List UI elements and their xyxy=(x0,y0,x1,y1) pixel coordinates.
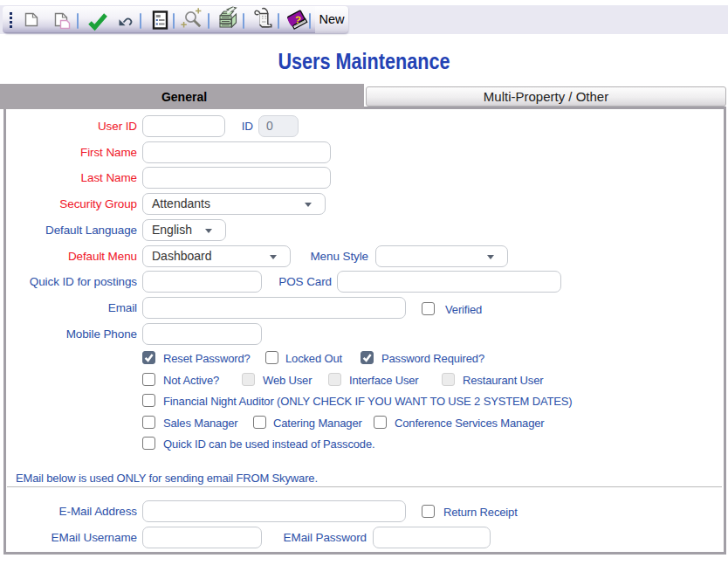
svg-text:?: ? xyxy=(294,14,301,25)
